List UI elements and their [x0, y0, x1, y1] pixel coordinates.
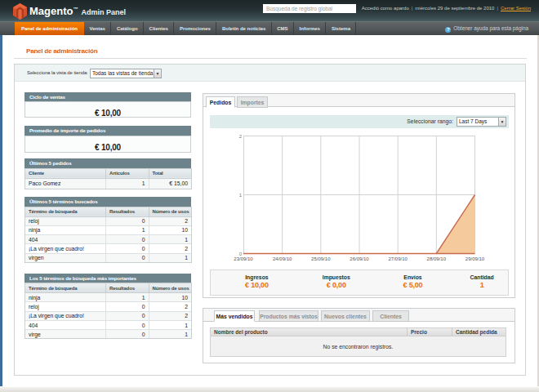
svg-text:29/09/10: 29/09/10 [466, 256, 485, 261]
svg-text:25/09/10: 25/09/10 [311, 256, 331, 261]
svg-text:28/09/10: 28/09/10 [427, 256, 447, 261]
svg-text:26/09/10: 26/09/10 [350, 256, 369, 261]
svg-text:1: 1 [239, 193, 243, 198]
svg-text:27/09/10: 27/09/10 [389, 256, 408, 261]
svg-text:24/09/10: 24/09/10 [273, 256, 292, 261]
svg-text:2: 2 [239, 134, 243, 139]
svg-text:23/09/10: 23/09/10 [234, 256, 253, 261]
